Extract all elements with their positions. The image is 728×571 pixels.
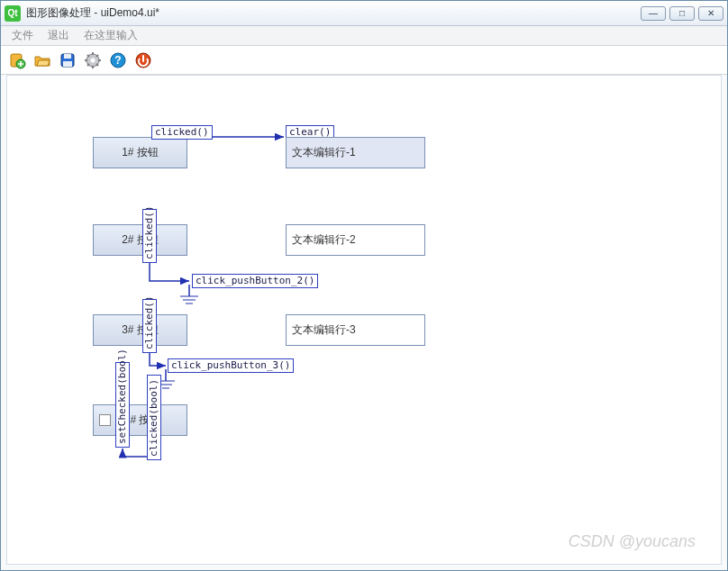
slot-click-pb3: click_pushButton_3(): [168, 358, 294, 373]
signal-clicked-1: clicked(): [151, 125, 213, 140]
toolbar: ?: [1, 46, 727, 75]
slot-setchecked-bool: setChecked(bool): [115, 362, 130, 448]
help-icon: ?: [109, 51, 127, 69]
svg-rect-4: [63, 61, 72, 67]
menubar: 文件 退出 在这里输入: [1, 26, 727, 46]
slot-click-pb2: click_pushButton_2(): [192, 274, 318, 288]
checkbox-indicator[interactable]: [99, 414, 111, 426]
menu-exit[interactable]: 退出: [41, 26, 77, 45]
design-canvas[interactable]: 1# 按钮 clicked() clear() 文本编辑行-1 2# 按钮 cl…: [6, 75, 722, 565]
help-button[interactable]: ?: [107, 50, 129, 71]
push-button-3[interactable]: 3# 按钮: [93, 314, 187, 346]
svg-rect-3: [64, 54, 71, 59]
signal-clicked-bool: clicked(bool): [147, 375, 161, 460]
new-file-button[interactable]: [6, 50, 28, 71]
push-button-2[interactable]: 2# 按钮: [93, 224, 187, 256]
open-folder-icon: [33, 51, 51, 69]
line-edit-3[interactable]: 文本编辑行-3: [286, 314, 425, 346]
window-controls: — □ ✕: [641, 6, 723, 21]
qt-app-icon: Qt: [5, 5, 21, 22]
power-icon: [134, 51, 152, 69]
close-button[interactable]: ✕: [698, 6, 723, 21]
push-button-1[interactable]: 1# 按钮: [93, 137, 187, 168]
signal-clicked-2: clicked(): [142, 209, 157, 263]
open-folder-button[interactable]: [32, 50, 53, 71]
watermark: CSDN @youcans: [569, 532, 696, 551]
new-file-icon: [8, 51, 26, 69]
line-edit-1[interactable]: 文本编辑行-1: [286, 137, 425, 168]
canvas-area: 1# 按钮 clicked() clear() 文本编辑行-1 2# 按钮 cl…: [1, 75, 727, 570]
window-title: 图形图像处理 - uiDemo4.ui*: [26, 5, 641, 21]
maximize-button[interactable]: □: [669, 6, 695, 21]
menu-file[interactable]: 文件: [5, 26, 41, 45]
settings-button[interactable]: [82, 50, 104, 71]
svg-text:?: ?: [114, 54, 121, 67]
save-disk-icon: [59, 51, 77, 69]
svg-point-6: [91, 58, 96, 62]
minimize-button[interactable]: —: [641, 6, 666, 21]
main-window: Qt 图形图像处理 - uiDemo4.ui* — □ ✕ 文件 退出 在这里输…: [0, 0, 728, 571]
save-button[interactable]: [57, 50, 78, 71]
line-edit-2[interactable]: 文本编辑行-2: [286, 224, 425, 256]
menu-type-here[interactable]: 在这里输入: [77, 26, 145, 45]
signal-clicked-3: clicked(): [142, 299, 157, 353]
titlebar: Qt 图形图像处理 - uiDemo4.ui* — □ ✕: [1, 1, 727, 26]
power-button[interactable]: [132, 50, 154, 71]
gear-icon: [84, 51, 102, 69]
